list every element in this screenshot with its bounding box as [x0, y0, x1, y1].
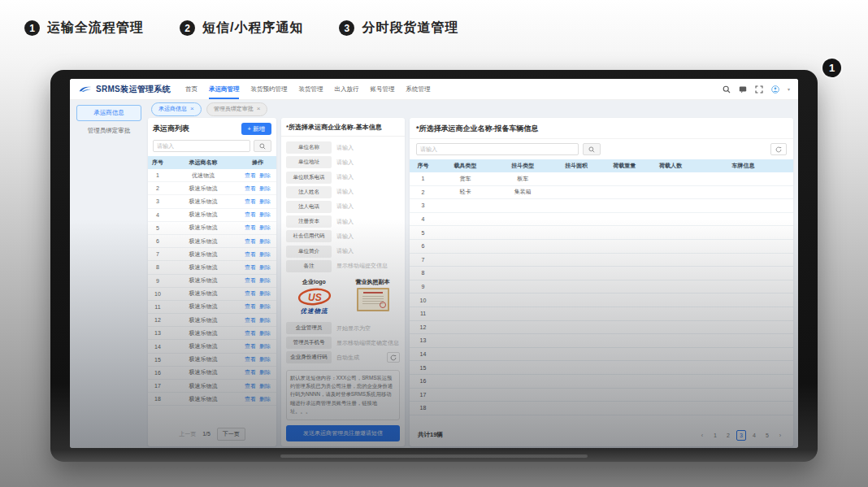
row-no: 1: [148, 172, 167, 178]
refresh-icon[interactable]: [387, 352, 400, 363]
form-field: 单位联系电话请输入: [286, 172, 400, 184]
vehicle-total: 共计19辆: [418, 431, 443, 439]
vcell: 9: [410, 284, 436, 289]
view-link[interactable]: 查看: [245, 329, 256, 337]
view-link[interactable]: 查看: [245, 382, 256, 390]
row-name: 极速乐物流: [167, 237, 239, 246]
row-actions: 查看删除: [239, 185, 276, 193]
field-label: 备注: [286, 260, 332, 272]
page-button-4[interactable]: 4: [749, 430, 759, 441]
page-button-5[interactable]: 5: [762, 430, 772, 441]
table-row: 11极速乐物流查看删除: [148, 301, 276, 314]
col-actions: 操作: [239, 159, 276, 167]
table-row: 3: [410, 199, 793, 213]
delete-link[interactable]: 删除: [259, 211, 271, 219]
tab-chip[interactable]: 管理员绑定审批×: [206, 102, 268, 116]
next-page-button[interactable]: 下一页: [217, 428, 245, 441]
view-link[interactable]: 查看: [245, 355, 256, 363]
delete-link[interactable]: 删除: [259, 185, 271, 193]
nav-item-出入放行[interactable]: 出入放行: [334, 79, 358, 99]
view-link[interactable]: 查看: [245, 211, 256, 219]
add-carrier-button[interactable]: + 新增: [241, 123, 271, 135]
delete-link[interactable]: 删除: [259, 342, 271, 350]
next-page-button[interactable]: ›: [775, 430, 785, 441]
nav-item-系统管理[interactable]: 系统管理: [406, 79, 430, 99]
delete-link[interactable]: 删除: [259, 289, 271, 298]
delete-link[interactable]: 删除: [259, 355, 271, 363]
vehicle-search-button[interactable]: [583, 143, 601, 155]
search-icon[interactable]: [723, 85, 731, 93]
delete-link[interactable]: 删除: [259, 237, 271, 246]
view-link[interactable]: 查看: [245, 395, 256, 403]
vcol: 载具类型: [436, 162, 494, 170]
row-no: 5: [148, 225, 167, 231]
view-link[interactable]: 查看: [245, 250, 256, 259]
nav-item-账号管理[interactable]: 账号管理: [370, 79, 394, 99]
delete-link[interactable]: 删除: [259, 395, 271, 403]
avatar[interactable]: [771, 85, 780, 93]
row-name: 极速乐物流: [167, 263, 239, 272]
vcell: 货车: [436, 175, 494, 183]
close-icon[interactable]: ×: [190, 107, 194, 111]
chevron-down-icon[interactable]: ▾: [788, 86, 790, 92]
send-invite-sms-button[interactable]: 发送承运商管理员注册邀请短信: [286, 425, 400, 441]
tab-chip[interactable]: 承运商信息×: [151, 102, 202, 116]
refresh-icon[interactable]: [770, 143, 787, 155]
nav-item-装货预约管理[interactable]: 装货预约管理: [250, 79, 287, 99]
prev-page-button[interactable]: 上一页: [179, 430, 196, 438]
table-row: 1优速物流查看删除: [148, 169, 276, 182]
close-icon[interactable]: ×: [257, 107, 261, 111]
page-button-2[interactable]: 2: [723, 430, 733, 441]
form-field: 法人姓名请输入: [286, 186, 400, 198]
view-link[interactable]: 查看: [245, 198, 256, 206]
sidebar-item[interactable]: 承运商信息: [76, 105, 141, 121]
view-link[interactable]: 查看: [245, 316, 256, 324]
view-link[interactable]: 查看: [245, 289, 256, 298]
carrier-search-button[interactable]: [254, 140, 271, 152]
sidebar-item[interactable]: 管理员绑定审批: [76, 123, 141, 139]
row-actions: 查看删除: [239, 250, 276, 259]
view-link[interactable]: 查看: [245, 276, 256, 285]
fullscreen-icon[interactable]: [755, 85, 764, 93]
row-actions: 查看删除: [239, 224, 276, 232]
prev-page-button[interactable]: ‹: [697, 430, 707, 441]
delete-link[interactable]: 删除: [259, 263, 271, 272]
row-no: 11: [148, 304, 167, 310]
delete-link[interactable]: 删除: [259, 276, 271, 285]
view-link[interactable]: 查看: [245, 342, 256, 350]
delete-link[interactable]: 删除: [259, 329, 271, 337]
delete-link[interactable]: 删除: [259, 224, 271, 232]
vcell: 板车: [494, 175, 552, 183]
delete-link[interactable]: 删除: [259, 198, 271, 206]
nav-item-承运商管理[interactable]: 承运商管理: [209, 79, 240, 99]
nav-item-装货管理[interactable]: 装货管理: [298, 79, 323, 99]
form-field: 企业管理员开始显示为空: [286, 322, 400, 334]
detail-panel-title: *所选择承运商企业名称-基本信息: [281, 118, 405, 137]
delete-link[interactable]: 删除: [259, 250, 271, 259]
field-label: 管理员手机号: [286, 337, 332, 349]
vcell: 3: [410, 202, 436, 208]
view-link[interactable]: 查看: [245, 368, 256, 376]
view-link[interactable]: 查看: [245, 237, 256, 246]
delete-link[interactable]: 删除: [259, 316, 271, 324]
page-button-3[interactable]: 3: [736, 430, 746, 441]
view-link[interactable]: 查看: [245, 185, 256, 193]
carrier-search-input[interactable]: [153, 140, 250, 152]
row-actions: 查看删除: [239, 355, 276, 363]
message-icon[interactable]: [739, 85, 748, 93]
delete-link[interactable]: 删除: [259, 172, 271, 180]
col-no: 序号: [148, 159, 167, 167]
delete-link[interactable]: 删除: [259, 368, 271, 376]
delete-link[interactable]: 删除: [259, 302, 271, 311]
view-link[interactable]: 查看: [245, 302, 256, 311]
view-link[interactable]: 查看: [245, 263, 256, 272]
delete-link[interactable]: 删除: [259, 382, 271, 390]
page-button-1[interactable]: 1: [710, 430, 720, 441]
row-actions: 查看删除: [239, 316, 276, 324]
vcell: 15: [410, 365, 436, 371]
vehicle-table-header: 序号载具类型挂斗类型挂斗面积荷载重量荷载人数车牌信息: [410, 159, 793, 172]
view-link[interactable]: 查看: [245, 172, 256, 180]
nav-item-首页[interactable]: 首页: [185, 79, 197, 99]
vehicle-search-input[interactable]: [416, 143, 579, 155]
view-link[interactable]: 查看: [245, 224, 256, 232]
